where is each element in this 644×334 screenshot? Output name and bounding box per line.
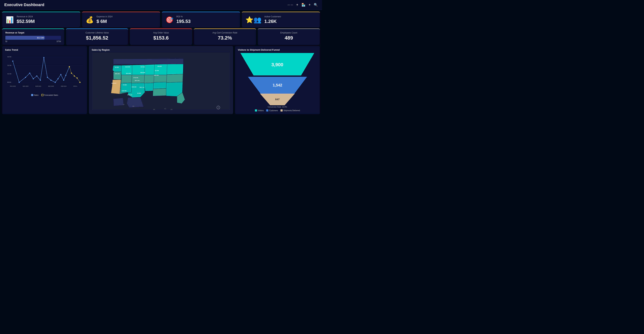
svg-text:$3.5M: $3.5M — [8, 56, 12, 58]
funnel-legend-customers: Customers — [266, 109, 278, 112]
funnel-card: Visitors to Shipment Delivered Funnel 3,… — [235, 46, 320, 114]
cart-conv-label: Avg Cart Conversion Rate — [197, 32, 253, 34]
svg-point-27 — [76, 78, 78, 79]
svg-text:JM: JM — [153, 109, 155, 110]
svg-text:$296.86K: $296.86K — [132, 86, 136, 88]
kpi-row-1: 📊 Revenue in 2024 $52.59M 💰 Expense in 2… — [0, 10, 322, 29]
expense-icon: 💰 — [86, 16, 94, 24]
svg-text:$3.03M: $3.03M — [115, 67, 118, 68]
svg-point-21 — [63, 80, 64, 81]
sparkle2-icon[interactable]: ✦ — [308, 3, 311, 7]
aov-value: $153.6 — [133, 35, 189, 41]
cart-conv-value: 73.2% — [197, 35, 253, 41]
svg-point-25 — [71, 73, 72, 74]
svg-text:$719.28K: $719.28K — [133, 77, 138, 78]
svg-text:$500K: $500K — [7, 82, 12, 83]
customers-label: Active Customers — [264, 16, 281, 18]
kpi-emp-count: Employees Count 489 — [258, 29, 320, 45]
svg-point-12 — [33, 78, 34, 79]
svg-point-14 — [40, 80, 41, 81]
roi-icon: 🎯 — [166, 16, 174, 24]
svg-text:GT: GT — [123, 104, 125, 105]
kpi-customers: ⭐👥 Active Customers 1.26K — [242, 12, 320, 27]
sales-region-map: $3.03M $121.81K $41.52K $253.59K $111.65… — [92, 53, 230, 110]
legend-sales-box — [31, 94, 33, 96]
sales-trend-card: Sales Trend $3.5M $2.5M $1.5M $500K — [2, 46, 87, 114]
svg-point-17 — [50, 80, 52, 81]
funnel-tier-3: 647 — [256, 94, 299, 105]
svg-point-20 — [60, 74, 61, 75]
svg-point-28 — [80, 82, 80, 83]
customers-icon: ⭐👥 — [246, 16, 262, 24]
expense-value: $ 6M — [96, 19, 112, 24]
svg-point-18 — [54, 82, 56, 83]
sparkle-icon[interactable]: ✦ — [296, 3, 298, 7]
svg-text:MX: MX — [132, 106, 134, 107]
sales-trend-legend: Sales Forecasted Sales — [5, 94, 84, 96]
svg-point-19 — [58, 78, 58, 79]
svg-text:W20 2024: W20 2024 — [22, 86, 28, 87]
svg-text:$1.02M: $1.02M — [123, 84, 127, 85]
svg-point-13 — [36, 75, 38, 76]
svg-marker-51 — [153, 88, 166, 96]
funnel-customers-box — [266, 109, 268, 112]
svg-point-11 — [29, 73, 30, 74]
aov-label: Avg Order Value — [133, 32, 189, 34]
svg-marker-50 — [153, 82, 167, 89]
funnel-customers-label: Customers — [269, 110, 278, 112]
svg-text:$871.87K: $871.87K — [135, 80, 140, 81]
emp-count-value: 489 — [261, 35, 317, 41]
progress-bar-container: $52.59M — [5, 36, 61, 40]
funnel-tier-1: 3,900 — [238, 53, 317, 77]
funnel-legend: Visitors Customers Shipments Delivered — [238, 109, 317, 112]
svg-marker-47 — [144, 83, 154, 91]
svg-marker-46 — [144, 75, 154, 83]
svg-point-26 — [74, 75, 75, 76]
kpi-cart-conv: Avg Cart Conversion Rate 73.2% — [194, 29, 256, 45]
svg-point-16 — [47, 77, 48, 78]
svg-text:$41.52K: $41.52K — [140, 66, 145, 68]
kpi-roi: 🎯 ROI % 195.53 — [162, 12, 240, 27]
svg-text:CU: CU — [164, 108, 166, 110]
svg-text:W14 2024: W14 2024 — [10, 86, 16, 87]
kpi-revenue: 📊 Revenue in 2024 $52.59M — [2, 12, 80, 27]
svg-text:DO: DO — [170, 109, 172, 110]
svg-text:W26 2024: W26 2024 — [36, 86, 41, 87]
svg-marker-43 — [132, 75, 145, 83]
sales-trend-title: Sales Trend — [5, 49, 84, 51]
svg-text:W44 2...: W44 2... — [73, 86, 78, 87]
svg-text:$655.28K: $655.28K — [140, 72, 145, 73]
range-end: $75M — [56, 41, 61, 43]
svg-marker-56 — [113, 59, 183, 65]
funnel-tier-2: 1,542 — [246, 77, 309, 94]
sales-region-title: Sales by Region — [92, 49, 230, 51]
svg-text:W32 2024: W32 2024 — [48, 86, 54, 87]
funnel-legend-shipments: Shipments Delivered — [280, 109, 300, 112]
svg-text:$955.57K: $955.57K — [112, 83, 116, 84]
svg-text:$111.65K: $111.65K — [126, 73, 131, 74]
svg-marker-35 — [112, 65, 121, 73]
sales-by-region-card: Sales by Region — [89, 46, 233, 114]
kpi-expense: 💰 Expense in 2024 $ 6M — [82, 12, 160, 27]
svg-marker-49 — [154, 75, 167, 82]
svg-text:$4.69M: $4.69M — [137, 93, 141, 94]
funnel-visitors-label: Visitors — [258, 110, 264, 112]
kpi-row-2: Revenue vs Target $52.59M $0 $75M Custom… — [0, 29, 322, 46]
funnel-wrapper: 3,900 1,542 647 — [238, 53, 317, 105]
svg-text:i: i — [218, 106, 218, 109]
minimize-icon[interactable]: ─ ─ — [288, 3, 293, 7]
svg-point-9 — [18, 82, 20, 83]
svg-marker-53 — [166, 74, 183, 83]
rev-target-label: Revenue vs Target — [5, 32, 61, 34]
kpi-aov: Avg Order Value $153.6 — [130, 29, 192, 45]
funnel-title: Visitors to Shipment Delivered Funnel — [238, 49, 317, 51]
roi-label: ROI % — [176, 16, 191, 18]
svg-text:$2.5M: $2.5M — [8, 65, 12, 66]
legend-forecasted-label: Forecasted Sales — [44, 94, 58, 96]
store-icon[interactable]: 🏪 — [302, 3, 305, 7]
search-icon[interactable]: 🔍 — [314, 3, 318, 7]
funnel-shipments-label: Shipments Delivered — [284, 110, 300, 112]
svg-text:$1.5M: $1.5M — [8, 73, 12, 75]
svg-text:647: 647 — [275, 98, 280, 101]
funnel-visitors-box — [255, 109, 257, 112]
